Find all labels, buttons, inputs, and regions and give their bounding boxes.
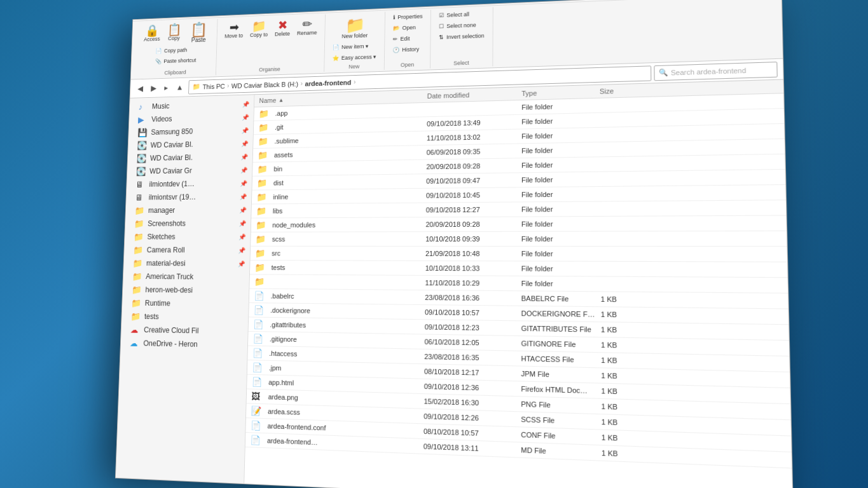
file-name: .gitattributes bbox=[270, 321, 306, 329]
sidebar-item-heron[interactable]: 📁 heron-web-desi bbox=[123, 283, 249, 297]
file-date: 23/08/2018 16:36 bbox=[425, 294, 521, 302]
properties-button[interactable]: ℹ Properties bbox=[390, 11, 426, 23]
file-type: File folder bbox=[521, 160, 600, 169]
folder-icon: 📁 bbox=[259, 109, 270, 118]
sidebar-item-onedrive[interactable]: ☁ OneDrive - Heron bbox=[121, 336, 248, 352]
sidebar-item-runtime[interactable]: 📁 Runtime bbox=[122, 296, 249, 311]
sidebar-item-ilmiontsvr[interactable]: 🖥 ilmiontsvr (19… 📌 bbox=[126, 190, 251, 205]
folder-icon: 📁 bbox=[255, 248, 266, 259]
sidebar-item-wd3[interactable]: 💽 WD Caviar Gr 📌 bbox=[127, 163, 252, 178]
copy-to-button[interactable]: 📁 Copy to bbox=[247, 18, 271, 40]
open-button[interactable]: 📂 Open bbox=[390, 22, 425, 33]
file-date: 08/10/2018 12:17 bbox=[424, 367, 521, 377]
table-row[interactable]: 📁node_modules20/09/2018 09:28File folder bbox=[251, 216, 787, 233]
file-type: SCSS File bbox=[521, 416, 601, 426]
col-header-type[interactable]: Type bbox=[521, 88, 600, 97]
file-type: File folder bbox=[521, 175, 600, 184]
col-header-date[interactable]: Date modified bbox=[427, 90, 522, 100]
breadcrumb-folder-label[interactable]: ardea-frontend bbox=[305, 78, 351, 87]
delete-button[interactable]: ✖ Delete bbox=[272, 17, 293, 39]
sidebar-item-wd3-label: WD Caviar Gr bbox=[149, 166, 192, 175]
new-item-button[interactable]: 📄 New item ▾ bbox=[329, 41, 380, 52]
breadcrumb-drive-label[interactable]: WD Caviar Black B (H:) bbox=[231, 80, 298, 89]
select-section: ☑ Select all ☐ Select none ⇅ Invert sele… bbox=[431, 7, 493, 68]
file-type: File folder bbox=[521, 264, 601, 273]
copy-button[interactable]: 📋 Copy bbox=[163, 22, 184, 46]
new-section: 📁 New folder 📄 New item ▾ ⭐ Easy access … bbox=[324, 12, 385, 72]
delete-icon: ✖ bbox=[277, 19, 287, 31]
file-name: .git bbox=[275, 123, 284, 131]
folder-icon: 📁 bbox=[254, 262, 265, 273]
file-name: node_modules bbox=[272, 221, 315, 229]
paste-shortcut-button[interactable]: 📎 Paste shortcut bbox=[153, 55, 199, 66]
sidebar-item-manager[interactable]: 📁 manager 📌 bbox=[125, 203, 251, 217]
file-size: 1 KB bbox=[602, 418, 656, 428]
file-size: 1 KB bbox=[601, 295, 655, 304]
back-button[interactable]: ◀ bbox=[135, 82, 146, 95]
select-all-icon: ☑ bbox=[439, 12, 444, 18]
rename-button[interactable]: ✏ Rename bbox=[294, 16, 320, 38]
edit-button[interactable]: ✏ Edit bbox=[390, 33, 425, 44]
folder-icon: 📁 bbox=[258, 137, 269, 146]
file-date bbox=[427, 107, 521, 110]
invert-selection-button[interactable]: ⇅ Invert selection bbox=[436, 30, 487, 43]
sidebar-item-tests[interactable]: 📁 tests bbox=[121, 309, 248, 325]
breadcrumb-thispc[interactable]: 📁 bbox=[192, 83, 200, 90]
copy-path-button[interactable]: 📄 Copy path bbox=[153, 45, 199, 56]
sidebar-item-material[interactable]: 📁 material-desi 📌 bbox=[123, 257, 249, 271]
sidebar-item-wd1-label: WD Caviar Bl. bbox=[151, 140, 193, 149]
folder-icon: 📁 bbox=[256, 234, 266, 244]
select-none-button[interactable]: ☐ Select none bbox=[436, 20, 488, 32]
file-icon: 📄 bbox=[254, 305, 265, 315]
access-button[interactable]: 🔒 Access bbox=[141, 22, 163, 47]
sidebar-item-material-label: material-desi bbox=[146, 259, 186, 268]
sidebar-item-americantruck[interactable]: 📁 American Truck bbox=[123, 270, 249, 284]
copy-path-icon: 📄 bbox=[156, 48, 162, 54]
file-size: 1 KB bbox=[601, 402, 656, 412]
breadcrumb-sep-3: › bbox=[354, 79, 355, 86]
edit-icon: ✏ bbox=[393, 36, 398, 43]
breadcrumb-thispc-label[interactable]: This PC bbox=[202, 83, 224, 90]
file-type: File folder bbox=[521, 146, 600, 154]
move-to-icon: ➡ bbox=[229, 21, 239, 33]
file-icon: 📄 bbox=[252, 377, 263, 387]
wd3-icon: 💽 bbox=[136, 166, 146, 176]
file-icon: 📄 bbox=[254, 291, 265, 301]
search-box[interactable]: 🔍 Search ardea-frontend bbox=[654, 62, 777, 81]
table-row[interactable]: 📁scss10/10/2018 09:39File folder bbox=[251, 231, 787, 247]
pin-icon-ilmiontdev: 📌 bbox=[240, 180, 247, 187]
sidebar-item-videos-label: Videos bbox=[151, 115, 172, 124]
file-name: tests bbox=[272, 264, 286, 271]
easy-access-button[interactable]: ⭐ Easy access ▾ bbox=[329, 52, 380, 64]
pin-icon-ilmiontsvr: 📌 bbox=[240, 193, 247, 200]
file-date: 09/10/2018 12:23 bbox=[425, 323, 521, 332]
forward-button[interactable]: ▶ bbox=[148, 82, 160, 95]
sidebar-item-ilmiontdev[interactable]: 🖥 ilmiontdev (1… 📌 bbox=[127, 177, 252, 191]
file-date: 20/09/2018 09:28 bbox=[426, 161, 521, 170]
col-header-size[interactable]: Size bbox=[600, 86, 653, 95]
select-all-button[interactable]: ☑ Select all bbox=[436, 9, 488, 21]
new-folder-button[interactable]: 📁 New folder bbox=[336, 13, 373, 43]
file-type: CONF File bbox=[521, 431, 602, 442]
sidebar-item-screenshots[interactable]: 📁 Screenshots 📌 bbox=[125, 217, 251, 231]
sidebar-item-wd2-label: WD Caviar Bl. bbox=[150, 153, 193, 162]
up-button[interactable]: ▲ bbox=[173, 81, 186, 93]
file-type: File folder bbox=[521, 250, 601, 257]
file-date: 08/10/2018 10:57 bbox=[424, 428, 521, 439]
sidebar-item-manager-label: manager bbox=[148, 206, 176, 214]
table-row[interactable]: 📁src21/09/2018 10:48File folder bbox=[251, 247, 788, 262]
file-date: 09/10/2018 12:36 bbox=[424, 383, 521, 393]
folder-icon: 📁 bbox=[257, 178, 268, 187]
sidebar-item-sketches[interactable]: 📁 Sketches 📌 bbox=[125, 230, 251, 243]
pin-icon-cameraroll: 📌 bbox=[238, 247, 245, 254]
sidebar-item-cameraroll[interactable]: 📁 Camera Roll 📌 bbox=[124, 243, 250, 257]
col-header-name[interactable]: Name ▲ bbox=[259, 92, 427, 104]
history-button[interactable]: 🕐 History bbox=[390, 44, 425, 55]
file-type: File folder bbox=[521, 280, 601, 288]
invert-selection-icon: ⇅ bbox=[439, 34, 444, 41]
forward-arrow-button[interactable]: ▸ bbox=[162, 81, 172, 94]
file-type: File folder bbox=[521, 116, 600, 126]
paste-button[interactable]: 📋 Paste bbox=[185, 20, 213, 45]
new-item-icon: 📄 bbox=[333, 44, 339, 51]
move-to-button[interactable]: ➡ Move to bbox=[222, 19, 247, 41]
